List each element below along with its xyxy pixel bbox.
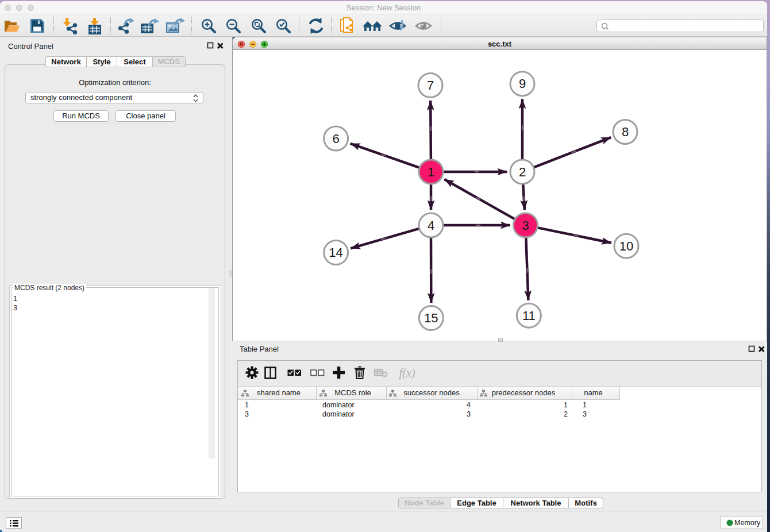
svg-text:14: 14 (329, 245, 342, 260)
svg-text:15: 15 (424, 311, 438, 325)
svg-text:4: 4 (428, 218, 434, 233)
svg-text:8: 8 (622, 125, 629, 139)
svg-text:3: 3 (522, 218, 529, 233)
svg-text:1: 1 (428, 165, 434, 179)
svg-text:10: 10 (619, 239, 633, 253)
svg-text:2: 2 (519, 165, 526, 179)
svg-text:11: 11 (522, 309, 536, 323)
svg-text:9: 9 (519, 76, 526, 91)
svg-text:7: 7 (427, 78, 434, 92)
svg-text:6: 6 (332, 132, 339, 146)
